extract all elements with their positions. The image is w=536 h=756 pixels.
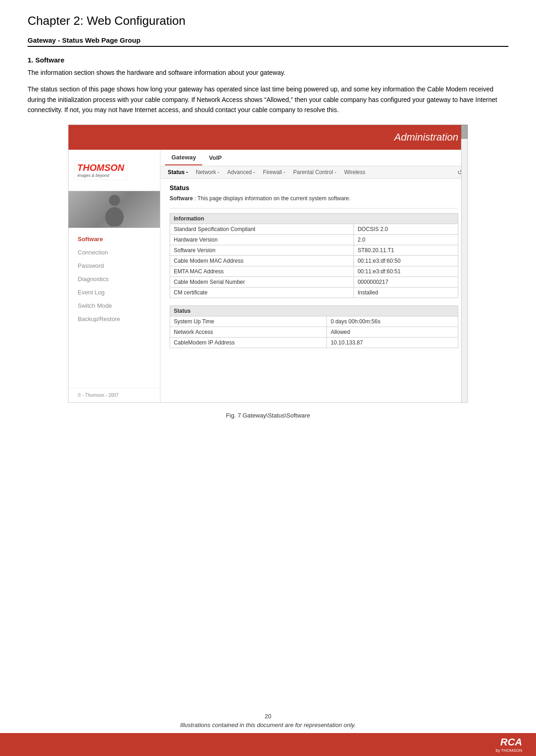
- status-table: Status System Up Time 0 days 00h:00m:56s…: [170, 305, 458, 348]
- row-label: CableModem IP Address: [170, 337, 327, 348]
- table-row: Software Version ST80.20.11.T1: [170, 245, 458, 255]
- gateway-sidebar: THOMSON images & beyond: [68, 150, 160, 402]
- table-row: EMTA MAC Address 00:11:e3:df:60:51: [170, 266, 458, 276]
- person-image: [68, 191, 160, 228]
- row-value: Installed: [354, 287, 458, 298]
- person-silhouette: [101, 192, 128, 226]
- sidebar-menu: Software Connection Password Diagnostics…: [68, 228, 160, 388]
- row-value: 0 days 00h:00m:56s: [327, 316, 458, 327]
- sidebar-footer: © - Thomson - 2007: [68, 388, 160, 402]
- nav-sub: Status - Network - Advanced - Firewall -…: [160, 166, 468, 179]
- bottom-bar: RCA by THOMSON: [0, 733, 536, 756]
- nav-sub-network[interactable]: Network -: [193, 168, 222, 176]
- table-row: Hardware Version 2.0: [170, 234, 458, 245]
- info-table-header-row: Information: [170, 213, 458, 224]
- sidebar-item-backup-restore[interactable]: Backup/Restore: [68, 312, 160, 326]
- nav-sub-advanced[interactable]: Advanced -: [224, 168, 258, 176]
- thomson-logo-area: THOMSON images & beyond: [68, 150, 160, 191]
- status-section-label: Status: [170, 305, 458, 316]
- info-table: Information Standard Specification Compl…: [170, 213, 458, 298]
- row-value: ST80.20.11.T1: [354, 245, 458, 255]
- chapter-title: Chapter 2: Web Configuration: [28, 14, 508, 28]
- table-row: System Up Time 0 days 00h:00m:56s: [170, 316, 458, 327]
- row-label: EMTA MAC Address: [170, 266, 354, 276]
- nav-sub-wireless[interactable]: Wireless: [342, 168, 368, 176]
- content-description: Software : This page displays informatio…: [170, 195, 458, 202]
- row-value: 0000000217: [354, 276, 458, 287]
- row-value: DOCSIS 2.0: [354, 224, 458, 234]
- nav-tab-voip[interactable]: VoIP: [202, 151, 228, 165]
- gateway-header: Administration: [68, 125, 468, 150]
- paragraph-1: The information section shows the hardwa…: [28, 68, 508, 78]
- row-label: Network Access: [170, 327, 327, 337]
- sidebar-item-connection[interactable]: Connection: [68, 246, 160, 259]
- sidebar-item-switch-mode[interactable]: Switch Mode: [68, 299, 160, 312]
- row-label: Cable Modem Serial Number: [170, 276, 354, 287]
- page-number: 20: [0, 713, 536, 720]
- content-desc-detail: This page displays information on the cu…: [197, 195, 350, 202]
- rca-container: RCA by THOMSON: [496, 736, 522, 753]
- nav-sub-firewall[interactable]: Firewall -: [260, 168, 288, 176]
- rca-logo: RCA: [500, 736, 522, 748]
- section-header: Gateway - Status Web Page Group: [28, 36, 508, 47]
- sidebar-item-password[interactable]: Password: [68, 259, 160, 272]
- row-label: Cable Modem MAC Address: [170, 255, 354, 266]
- row-label: Software Version: [170, 245, 354, 255]
- gateway-ui: Administration THOMSON images & beyond: [68, 125, 468, 402]
- info-section-label: Information: [170, 213, 458, 224]
- row-value: 2.0: [354, 234, 458, 245]
- thomson-brand-text: THOMSON: [77, 163, 124, 173]
- table-row: CM certificate Installed: [170, 287, 458, 298]
- table-row: Cable Modem MAC Address 00:11:e3:df:60:5…: [170, 255, 458, 266]
- figure-caption: Fig. 7 Gateway\Status\Software: [28, 412, 508, 419]
- row-label: Hardware Version: [170, 234, 354, 245]
- screenshot-container: Administration THOMSON images & beyond: [68, 124, 468, 403]
- row-value: 00:11:e3:df:60:50: [354, 255, 458, 266]
- table-row: Standard Specification Compliant DOCSIS …: [170, 224, 458, 234]
- table-row: Network Access Allowed: [170, 327, 458, 337]
- table-row: Cable Modem Serial Number 0000000217: [170, 276, 458, 287]
- footer-text: Illustrations contained in this document…: [0, 722, 536, 728]
- table-row: CableModem IP Address 10.10.133.87: [170, 337, 458, 348]
- svg-point-0: [109, 195, 120, 206]
- row-label: CM certificate: [170, 287, 354, 298]
- content-section-title: Status: [170, 184, 458, 192]
- gateway-nav: Gateway VoIP: [160, 150, 468, 166]
- nav-tab-gateway[interactable]: Gateway: [165, 150, 202, 165]
- gateway-main: Gateway VoIP Status - Network - Advanced…: [160, 150, 468, 402]
- nav-sub-parental[interactable]: Parental Control -: [291, 168, 339, 176]
- row-value: 10.10.133.87: [327, 337, 458, 348]
- sidebar-item-software[interactable]: Software: [68, 232, 160, 246]
- row-value: 00:11:e3:df:60:51: [354, 266, 458, 276]
- svg-point-1: [105, 207, 124, 226]
- content-label: Software: [170, 195, 193, 202]
- scrollbar-thumb[interactable]: [461, 125, 468, 139]
- sidebar-item-event-log[interactable]: Event Log: [68, 286, 160, 299]
- gateway-header-title: Administration: [394, 131, 458, 143]
- section-number-title: 1. Software: [28, 56, 508, 64]
- rca-sub: by THOMSON: [496, 748, 522, 753]
- status-table-header-row: Status: [170, 305, 458, 316]
- sidebar-item-diagnostics[interactable]: Diagnostics: [68, 272, 160, 286]
- thomson-tagline: images & beyond: [77, 173, 124, 178]
- row-label: Standard Specification Compliant: [170, 224, 354, 234]
- scrollbar-track[interactable]: [461, 125, 468, 402]
- gateway-content: Status Software : This page displays inf…: [160, 179, 468, 361]
- paragraph-2: The status section of this page shows ho…: [28, 84, 508, 115]
- page-footer: 20 Illustrations contained in this docum…: [0, 713, 536, 728]
- row-label: System Up Time: [170, 316, 327, 327]
- nav-sub-status[interactable]: Status -: [165, 168, 191, 176]
- row-value: Allowed: [327, 327, 458, 337]
